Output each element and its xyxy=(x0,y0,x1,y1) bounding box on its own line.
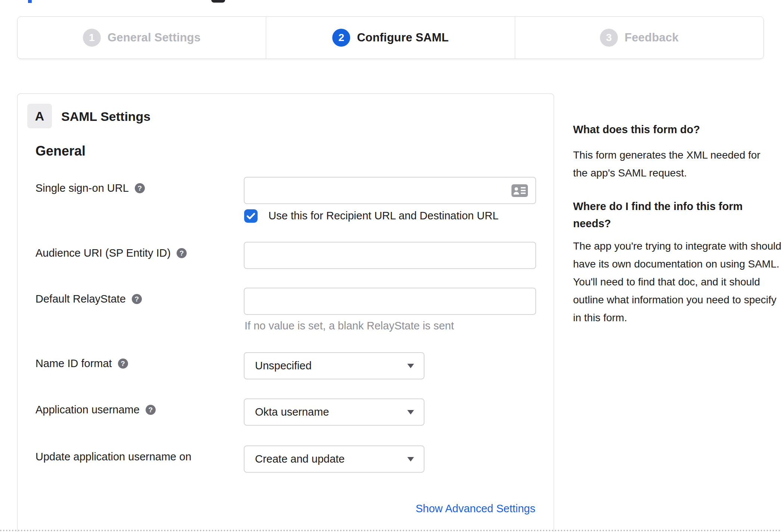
cutoff-artifact-blue xyxy=(28,0,32,3)
help-icon[interactable]: ? xyxy=(135,183,145,193)
relay-state-hint: If no value is set, a blank RelayState i… xyxy=(245,320,454,332)
help-icon[interactable]: ? xyxy=(132,294,142,304)
relay-state-input[interactable] xyxy=(244,288,536,315)
relay-state-input-wrap xyxy=(244,288,536,315)
audience-uri-label: Audience URI (SP Entity ID) ? xyxy=(35,247,187,259)
wizard-stepper: 1 General Settings 2 Configure SAML 3 Fe… xyxy=(17,16,764,59)
recipient-url-checkbox-label: Use this for Recipient URL and Destinati… xyxy=(268,210,498,222)
sso-url-label: Single sign-on URL ? xyxy=(35,182,145,194)
step-number-badge: 2 xyxy=(332,29,350,47)
checkmark-icon xyxy=(246,212,255,220)
contact-card-icon[interactable] xyxy=(511,184,528,197)
recipient-url-checkbox[interactable] xyxy=(244,209,258,223)
dotted-separator xyxy=(0,530,781,531)
relay-state-label: Default RelayState ? xyxy=(35,292,142,305)
cutoff-artifact-dark xyxy=(211,0,225,3)
section-title-general: General xyxy=(35,143,85,159)
help-heading-what: What does this form do? xyxy=(573,121,781,138)
step-general-settings[interactable]: 1 General Settings xyxy=(18,17,266,59)
caret-down-icon xyxy=(407,457,414,461)
help-heading-where: Where do I find the info this form needs… xyxy=(573,198,777,232)
help-paragraph-what: This form generates the XML needed for t… xyxy=(573,146,767,182)
application-username-value: Okta username xyxy=(255,406,329,418)
application-username-label: Application username ? xyxy=(35,403,156,416)
relay-state-label-text: Default RelayState xyxy=(35,293,126,305)
show-advanced-settings-link[interactable]: Show Advanced Settings xyxy=(416,503,535,515)
caret-down-icon xyxy=(407,410,414,414)
step-label: Configure SAML xyxy=(357,31,449,44)
step-number-badge: 1 xyxy=(83,29,101,47)
name-id-format-label-text: Name ID format xyxy=(35,357,112,370)
help-icon[interactable]: ? xyxy=(177,248,187,258)
audience-uri-label-text: Audience URI (SP Entity ID) xyxy=(35,247,171,259)
name-id-format-label: Name ID format ? xyxy=(35,357,128,370)
step-number-badge: 3 xyxy=(600,29,618,47)
caret-down-icon xyxy=(407,364,414,368)
help-icon[interactable]: ? xyxy=(118,359,128,369)
application-username-select[interactable]: Okta username xyxy=(244,398,424,426)
panel-title: SAML Settings xyxy=(61,109,150,124)
update-application-username-value: Create and update xyxy=(255,453,345,465)
name-id-format-select[interactable]: Unspecified xyxy=(244,352,424,379)
help-paragraph-where: The app you're trying to integrate with … xyxy=(573,237,781,327)
sso-url-label-text: Single sign-on URL xyxy=(35,182,129,194)
update-application-username-label: Update application username on xyxy=(35,450,192,463)
step-label: General Settings xyxy=(108,31,201,44)
step-label: Feedback xyxy=(625,31,679,44)
name-id-format-value: Unspecified xyxy=(255,360,312,372)
saml-settings-panel: A SAML Settings General Single sign-on U… xyxy=(17,93,554,532)
step-feedback[interactable]: 3 Feedback xyxy=(515,17,763,59)
audience-uri-input[interactable] xyxy=(244,242,536,269)
sso-url-input[interactable] xyxy=(244,177,536,204)
update-application-username-label-text: Update application username on xyxy=(35,451,192,463)
help-icon[interactable]: ? xyxy=(146,405,156,415)
section-a-badge: A xyxy=(27,104,52,128)
update-application-username-select[interactable]: Create and update xyxy=(244,445,424,473)
audience-uri-input-wrap xyxy=(244,242,536,269)
application-username-label-text: Application username xyxy=(35,404,140,416)
step-configure-saml[interactable]: 2 Configure SAML xyxy=(266,17,514,59)
sso-url-input-wrap xyxy=(244,177,536,204)
